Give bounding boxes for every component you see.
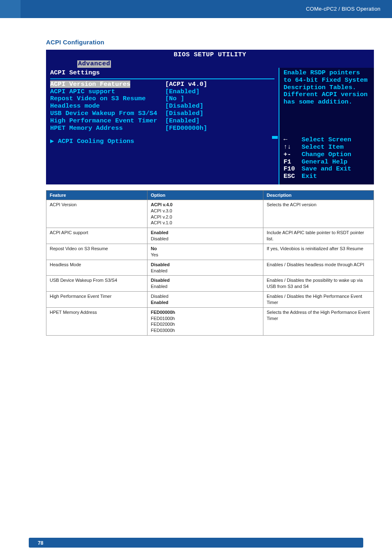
cell-option: DisabledEnabled	[148, 292, 263, 308]
header-band: COMe-cPC2 / BIOS Operation	[0, 0, 392, 18]
nav-change-option: +-Change Option	[284, 151, 371, 159]
cell-option: NoYes	[148, 244, 263, 260]
cell-description: Enables / Disables headless mode through…	[263, 260, 374, 276]
bios-title-bar: BIOS SETUP UTILITY Advanced	[46, 50, 374, 68]
nav-exit: ESCExit	[284, 173, 371, 180]
bios-item-value: [Disabled]	[165, 103, 203, 110]
cell-description: Include ACPI APIC table pointer to RSDT …	[263, 228, 374, 244]
cell-option: DisabledEnabled	[148, 260, 263, 276]
nav-select-screen: ←Select Screen	[284, 136, 371, 144]
bios-item-value: [No ]	[165, 95, 184, 103]
bios-screenshot: BIOS SETUP UTILITY Advanced ACPI Setting…	[46, 50, 374, 184]
breadcrumb: COMe-cPC2 / BIOS Operation	[306, 6, 380, 12]
cell-feature: Headless Mode	[46, 260, 148, 276]
page-content: ACPI Configuration BIOS SETUP UTILITY Ad…	[0, 18, 392, 336]
table-row: Repost Video on S3 Resume NoYes If yes, …	[46, 244, 374, 260]
scrollbar-thumb-icon	[272, 136, 278, 139]
bios-help-text: Enable RSDP pointers to 64-bit Fixed Sys…	[284, 69, 371, 106]
feature-options-table: Feature Option Description ACPI Version …	[46, 190, 374, 336]
bios-panel-heading: ACPI Settings	[50, 69, 274, 77]
bios-item-label: HPET Memory Address	[50, 125, 165, 132]
bios-divider	[50, 78, 274, 79]
cell-option: EnabledDisabled	[148, 228, 263, 244]
bios-item-label: High Performance Event Timer	[50, 117, 165, 125]
cell-description: Selects the ACPI version	[263, 200, 374, 228]
footer-bar	[29, 538, 363, 548]
bios-item-value: [Disabled]	[165, 110, 203, 117]
bios-item-usb-wakeup[interactable]: USB Device Wakeup From S3/S4 [Disabled]	[50, 110, 274, 117]
col-option: Option	[148, 190, 263, 200]
bios-submenu-label: ▶ ACPI Cooling Options	[50, 138, 134, 145]
bios-nav-keys: ←Select Screen ↑↓Select Item +-Change Op…	[284, 136, 371, 180]
nav-general-help: F1General Help	[284, 159, 371, 166]
table-row: ACPI Version ACPI v.4.0ACPI v.3.0 ACPI v…	[46, 200, 374, 228]
header-accent-block	[0, 0, 21, 18]
bios-item-headless[interactable]: Headless mode [Disabled]	[50, 103, 274, 110]
cell-option: FED00000hFED01000h FED02000h FED03000h	[148, 307, 263, 335]
table-row: High Performance Event Timer DisabledEna…	[46, 292, 374, 308]
cell-feature: High Performance Event Timer	[46, 292, 148, 308]
bios-item-value: [FED00000h]	[165, 125, 207, 132]
table-row: USB Device Wakeup From S3/S4 DisabledEna…	[46, 276, 374, 292]
page-number: 78	[38, 540, 43, 546]
cell-description: Enables / Disables the High Performance …	[263, 292, 374, 308]
bios-main-panel: ACPI Settings ACPI Version Features [ACP…	[46, 68, 279, 184]
cell-feature: USB Device Wakeup From S3/S4	[46, 276, 148, 292]
nav-save-exit: F10Save and Exit	[284, 166, 371, 173]
bios-item-label: ACPI APIC support	[50, 88, 165, 96]
bios-item-value: [ACPI v4.0]	[165, 81, 207, 88]
page-footer: 78	[0, 539, 392, 555]
nav-select-item: ↑↓Select Item	[284, 144, 371, 151]
table-body: ACPI Version ACPI v.4.0ACPI v.3.0 ACPI v…	[46, 200, 374, 335]
table-head: Feature Option Description	[46, 190, 374, 200]
bios-item-repost-video[interactable]: Repost Video on S3 Resume [No ]	[50, 95, 274, 103]
cell-feature: ACPI Version	[46, 200, 148, 228]
bios-item-hpet-address[interactable]: HPET Memory Address [FED00000h]	[50, 125, 274, 132]
table-row: HPET Memory Address FED00000hFED01000h F…	[46, 307, 374, 335]
table-row: ACPI APIC support EnabledDisabled Includ…	[46, 228, 374, 244]
bios-item-label: Headless mode	[50, 103, 165, 110]
bios-item-acpi-version[interactable]: ACPI Version Features [ACPI v4.0]	[50, 81, 274, 88]
cell-description: Enables / Disables the possibility to wa…	[263, 276, 374, 292]
bios-help-panel: Enable RSDP pointers to 64-bit Fixed Sys…	[279, 68, 374, 184]
bios-body: ACPI Settings ACPI Version Features [ACP…	[46, 68, 374, 184]
bios-active-tab: Advanced	[77, 60, 111, 68]
cell-option: DisabledEnabled	[148, 276, 263, 292]
bios-item-label: ACPI Version Features	[50, 81, 130, 88]
bios-item-apic-support[interactable]: ACPI APIC support [Enabled]	[50, 88, 274, 96]
bios-item-label: USB Device Wakeup From S3/S4	[50, 110, 165, 117]
cell-option: ACPI v.4.0ACPI v.3.0 ACPI v.2.0 ACPI v.1…	[148, 200, 263, 228]
spacer	[50, 132, 274, 138]
cell-description: If yes, Videobios is reinitialized after…	[263, 244, 374, 260]
cell-feature: ACPI APIC support	[46, 228, 148, 244]
bios-submenu-cooling[interactable]: ▶ ACPI Cooling Options	[50, 138, 274, 145]
table-row: Headless Mode DisabledEnabled Enables / …	[46, 260, 374, 276]
col-feature: Feature	[46, 190, 148, 200]
bios-item-value: [Enabled]	[165, 117, 200, 125]
bios-utility-title: BIOS SETUP UTILITY	[174, 51, 246, 58]
section-title: ACPI Configuration	[46, 39, 363, 46]
bios-item-hpet[interactable]: High Performance Event Timer [Enabled]	[50, 117, 274, 125]
col-description: Description	[263, 190, 374, 200]
bios-item-label: Repost Video on S3 Resume	[50, 95, 165, 103]
cell-feature: HPET Memory Address	[46, 307, 148, 335]
cell-feature: Repost Video on S3 Resume	[46, 244, 148, 260]
cell-description: Selects the Address of the High Performa…	[263, 307, 374, 335]
bios-item-value: [Enabled]	[165, 88, 200, 96]
